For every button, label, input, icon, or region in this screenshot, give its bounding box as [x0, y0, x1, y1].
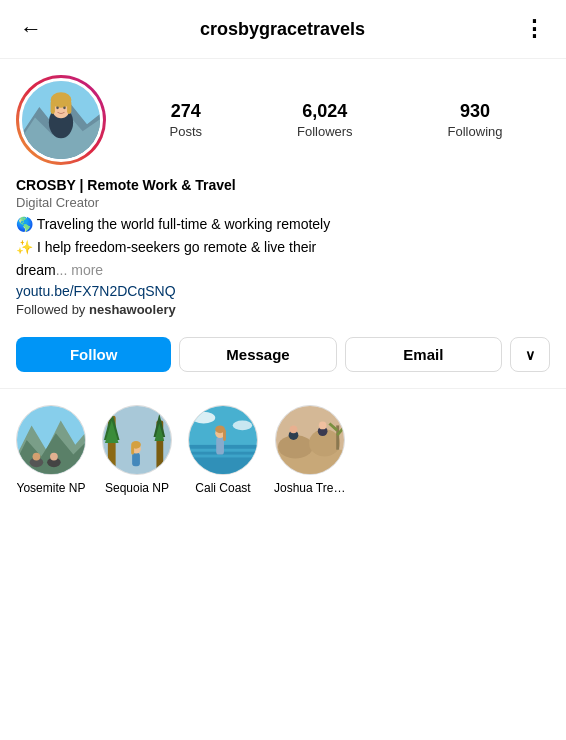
more-options-button[interactable]: ∨: [510, 337, 550, 372]
avatar: [19, 78, 103, 162]
bio-name: CROSBY | Remote Work & Travel: [16, 177, 550, 193]
follow-button[interactable]: Follow: [16, 337, 171, 372]
svg-point-14: [33, 453, 41, 461]
highlight-item[interactable]: Cali Coast: [188, 405, 258, 495]
followed-by-user[interactable]: neshawoolery: [89, 302, 176, 317]
followers-count: 6,024: [302, 101, 347, 122]
more-link[interactable]: ... more: [56, 262, 103, 278]
more-button[interactable]: ⋮: [519, 12, 550, 46]
posts-count: 274: [171, 101, 201, 122]
action-buttons: Follow Message Email ∨: [0, 329, 566, 388]
stat-following[interactable]: 930 Following: [448, 101, 503, 139]
highlight-item[interactable]: Sequoia NP: [102, 405, 172, 495]
header: ← crosbygracetravels ⋮: [0, 0, 566, 59]
svg-rect-31: [189, 455, 257, 458]
followers-label: Followers: [297, 124, 353, 139]
stat-followers[interactable]: 6,024 Followers: [297, 101, 353, 139]
highlight-label: Cali Coast: [195, 481, 250, 495]
svg-point-9: [63, 107, 66, 110]
bio-line2: ✨ I help freedom-seekers go remote & liv…: [16, 237, 550, 258]
stats-row: 274 Posts 6,024 Followers 930 Following: [122, 101, 550, 139]
svg-rect-35: [223, 429, 226, 441]
bio-line3: dream... more: [16, 260, 550, 281]
posts-label: Posts: [169, 124, 202, 139]
highlights-row: Yosemite NP Sequoia NP Cali Coast: [0, 397, 566, 503]
email-button[interactable]: Email: [345, 337, 502, 372]
svg-rect-24: [132, 453, 140, 467]
highlight-circle: [16, 405, 86, 475]
svg-point-36: [192, 412, 215, 424]
bio-category: Digital Creator: [16, 195, 550, 210]
header-username: crosbygracetravels: [54, 19, 511, 40]
avatar-ring[interactable]: [16, 75, 106, 165]
svg-point-43: [290, 425, 298, 433]
highlight-circle: [275, 405, 345, 475]
profile-section: 274 Posts 6,024 Followers 930 Following: [0, 59, 566, 173]
bio-section: CROSBY | Remote Work & Travel Digital Cr…: [0, 173, 566, 329]
svg-point-16: [50, 453, 58, 461]
bio-line1: 🌎 Traveling the world full-time & workin…: [16, 214, 550, 235]
highlight-label: Yosemite NP: [17, 481, 86, 495]
svg-point-37: [233, 421, 252, 431]
highlight-label: Joshua Tree, ...: [274, 481, 346, 495]
highlight-item[interactable]: Yosemite NP: [16, 405, 86, 495]
bio-followed-by: Followed by neshawoolery: [16, 302, 550, 317]
highlight-label: Sequoia NP: [105, 481, 169, 495]
svg-rect-27: [131, 445, 134, 455]
stat-posts[interactable]: 274 Posts: [169, 101, 202, 139]
following-label: Following: [448, 124, 503, 139]
highlight-circle: [188, 405, 258, 475]
svg-point-8: [56, 107, 59, 110]
svg-rect-6: [51, 100, 55, 114]
message-button[interactable]: Message: [179, 337, 336, 372]
highlight-circle: [102, 405, 172, 475]
svg-point-45: [319, 422, 327, 430]
highlight-item[interactable]: Joshua Tree, ...: [274, 405, 346, 495]
back-button[interactable]: ←: [16, 12, 46, 46]
svg-rect-7: [67, 100, 71, 114]
highlights-section: Yosemite NP Sequoia NP Cali Coast: [0, 388, 566, 515]
svg-rect-32: [216, 437, 224, 454]
bio-link[interactable]: youtu.be/FX7N2DCqSNQ: [16, 283, 550, 299]
following-count: 930: [460, 101, 490, 122]
